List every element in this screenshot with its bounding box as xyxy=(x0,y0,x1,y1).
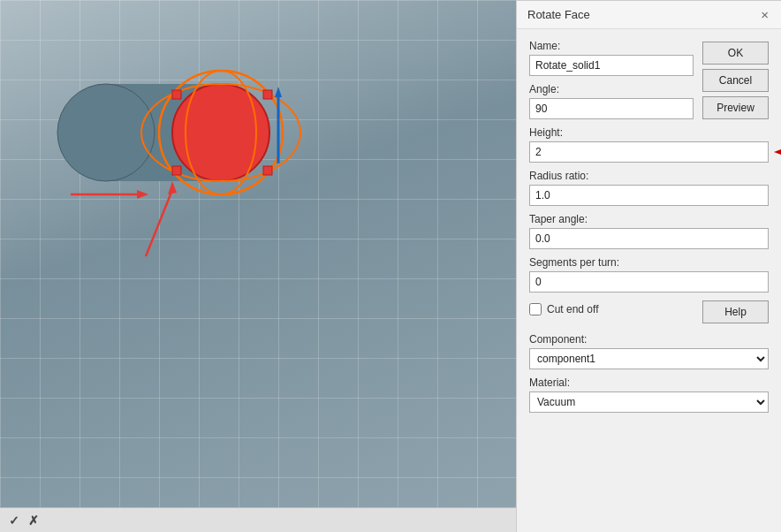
segments-field-section: Segments per turn: xyxy=(529,256,769,293)
taper-angle-label: Taper angle: xyxy=(529,213,769,225)
cut-end-off-section: Cut end off Help xyxy=(529,300,769,324)
svg-point-2 xyxy=(57,84,155,181)
svg-rect-8 xyxy=(263,90,272,99)
angle-field-section: Angle: xyxy=(529,83,694,119)
name-field-section: Name: xyxy=(529,40,694,76)
height-field-wrapper xyxy=(529,141,769,163)
bottom-toolbar: ✓ ✗ xyxy=(0,507,516,532)
component-select[interactable]: component1 xyxy=(529,348,769,369)
name-label: Name: xyxy=(529,40,694,52)
angle-label: Angle: xyxy=(529,83,694,95)
help-button[interactable]: Help xyxy=(702,300,769,323)
radius-ratio-field-section: Radius ratio: xyxy=(529,170,769,206)
height-input[interactable] xyxy=(529,141,769,163)
material-select[interactable]: Vacuum xyxy=(529,391,769,413)
dialog-close-button[interactable]: × xyxy=(759,8,770,21)
radius-ratio-label: Radius ratio: xyxy=(529,170,769,182)
cut-end-off-checkbox[interactable] xyxy=(529,303,542,315)
cancel-button[interactable]: Cancel xyxy=(702,69,769,92)
svg-rect-10 xyxy=(172,166,181,175)
height-label: Height: xyxy=(529,126,769,139)
material-label: Material: xyxy=(529,376,769,389)
svg-marker-14 xyxy=(168,181,177,194)
component-field-section: Component: component1 xyxy=(529,333,769,369)
radius-ratio-input[interactable] xyxy=(529,185,769,206)
segments-label: Segments per turn: xyxy=(529,256,769,269)
height-field-section: Height: xyxy=(529,126,769,163)
3d-scene xyxy=(18,18,327,283)
svg-rect-7 xyxy=(172,90,181,99)
segments-input[interactable] xyxy=(529,271,769,293)
taper-angle-field-section: Taper angle: xyxy=(529,213,769,249)
dialog-title: Rotate Face xyxy=(527,8,590,21)
svg-marker-17 xyxy=(774,146,781,158)
name-input[interactable] xyxy=(529,55,694,76)
confirm-symbol[interactable]: ✓ xyxy=(9,513,19,528)
dialog-body: Name: Angle: OK Cancel Preview Height: xyxy=(517,29,781,532)
cut-end-off-row: Cut end off xyxy=(529,303,599,315)
component-label: Component: xyxy=(529,333,769,346)
svg-point-3 xyxy=(172,84,269,181)
preview-button[interactable]: Preview xyxy=(702,96,769,119)
svg-marker-12 xyxy=(275,87,282,97)
angle-input[interactable] xyxy=(529,98,694,119)
svg-rect-9 xyxy=(263,166,272,175)
rotate-face-dialog: Rotate Face × Name: Angle: OK Cancel xyxy=(516,0,781,532)
height-arrow-indicator xyxy=(770,143,781,161)
svg-marker-16 xyxy=(137,190,148,199)
cancel-symbol[interactable]: ✗ xyxy=(28,513,39,528)
dialog-titlebar: Rotate Face × xyxy=(517,1,781,29)
material-field-section: Material: Vacuum xyxy=(529,376,769,413)
3d-viewport: ✓ ✗ xyxy=(0,0,516,532)
taper-angle-input[interactable] xyxy=(529,228,769,249)
top-buttons: OK Cancel Preview xyxy=(702,40,769,126)
cut-end-off-label: Cut end off xyxy=(547,303,599,315)
ok-button[interactable]: OK xyxy=(702,42,769,65)
svg-line-13 xyxy=(146,190,172,256)
